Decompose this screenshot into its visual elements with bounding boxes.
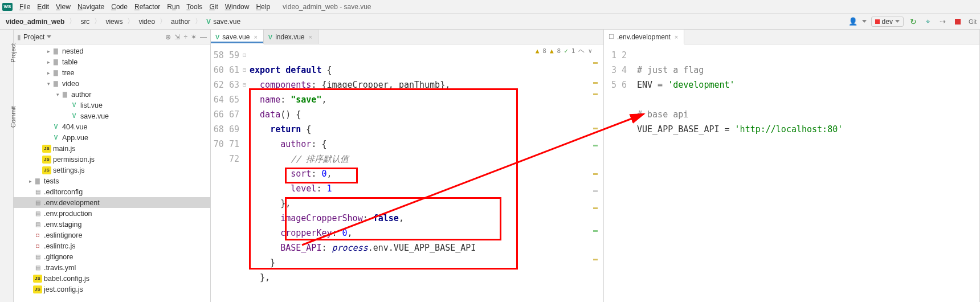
menu-edit[interactable]: Edit [34, 2, 52, 12]
breadcrumb-video[interactable]: video [136, 17, 157, 27]
tree-item[interactable]: JSpermission.js [14, 154, 210, 165]
close-icon[interactable]: × [675, 34, 678, 40]
menu-tools[interactable]: Tools [183, 2, 206, 12]
breadcrumb-author[interactable]: author [169, 17, 193, 27]
tab-label: .env.development [617, 33, 671, 41]
editor-left-code[interactable]: 58 59 60 61 62 63 64 65 66 67 68 69 70 7… [211, 44, 603, 302]
code-text[interactable]: export default { components: {imageCropp… [245, 44, 603, 302]
warning-icon: ▲ [536, 47, 540, 55]
tree-item[interactable]: V404.vue [14, 121, 210, 132]
chevron-up-icon[interactable]: ヘ [578, 47, 585, 55]
project-folder-icon: ▮ [17, 33, 21, 41]
locate-icon[interactable]: ⊕ [165, 33, 171, 41]
commit-tool-button[interactable]: Commit [10, 106, 17, 128]
tab-label: index.vue [275, 33, 304, 41]
menu-code[interactable]: Code [108, 2, 131, 12]
tree-item[interactable]: ▸▇table [14, 56, 210, 67]
hide-icon[interactable]: — [200, 33, 207, 41]
tab-index-vue[interactable]: V index.vue × [264, 30, 318, 44]
tree-item[interactable]: ▤.gitignore [14, 251, 210, 262]
vue-icon: V [268, 34, 272, 40]
project-title[interactable]: Project [23, 33, 44, 41]
menu-window[interactable]: Window [222, 2, 253, 12]
tree-item[interactable]: JSmain.js [14, 143, 210, 154]
settings-icon[interactable]: ✶ [191, 33, 197, 41]
chevron-down-icon[interactable] [47, 35, 51, 38]
menu-bar: WS File Edit View Navigate Code Refactor… [0, 0, 980, 14]
breadcrumb-views[interactable]: views [103, 17, 125, 27]
tree-item[interactable]: ▾▇author [14, 89, 210, 100]
user-icon[interactable]: 👤 [848, 17, 858, 26]
code-text[interactable]: # just a flag ENV = 'development' # base… [632, 44, 979, 302]
tree-item[interactable]: ▸▇tree [14, 67, 210, 78]
vue-icon: V [215, 34, 219, 40]
breadcrumb-file[interactable]: save.vue [204, 17, 243, 27]
bc-sep-icon: 〉 [126, 17, 135, 26]
breadcrumb-src[interactable]: src [78, 17, 92, 27]
editor-right-pane: ☐ .env.development × 1 2 3 4 5 6 # just … [604, 30, 980, 302]
breadcrumb-root[interactable]: video_admin_web [3, 17, 67, 27]
left-tool-strip: Project Commit [0, 30, 14, 302]
close-icon[interactable]: × [254, 34, 257, 40]
bc-sep-icon: 〉 [158, 17, 168, 26]
tree-item[interactable]: ◘.eslintignore [14, 230, 210, 240]
menu-view[interactable]: View [52, 2, 74, 12]
tree-item[interactable]: VApp.vue [14, 132, 210, 143]
tree-item[interactable]: ▤.editorconfig [14, 186, 210, 197]
file-icon: ☐ [609, 33, 614, 40]
window-title: video_admin_web - save.vue [283, 3, 371, 11]
marker-strip[interactable] [593, 59, 598, 302]
menu-run[interactable]: Run [164, 2, 183, 12]
line-gutter: 1 2 3 4 5 6 [604, 44, 632, 302]
tree-item[interactable]: ◘.eslintrc.js [14, 240, 210, 251]
ok-icon: ✓ [564, 47, 568, 55]
tree-item[interactable]: ▸▇nested [14, 46, 210, 56]
tree-item[interactable]: ▸▇tests [14, 176, 210, 186]
run-config-selector[interactable]: dev [871, 17, 904, 27]
inspection-summary[interactable]: ▲8 ▲8 ✓1 ヘ ∨ [536, 47, 592, 55]
breadcrumb: video_admin_web 〉 src 〉 views 〉 video 〉 … [3, 17, 243, 27]
tree-item[interactable]: Vsave.vue [14, 111, 210, 121]
project-tree[interactable]: ▸▇nested▸▇table▸▇tree▾▇video▾▇author Vli… [14, 44, 210, 302]
editor-right-code[interactable]: 1 2 3 4 5 6 # just a flag ENV = 'develop… [604, 44, 979, 302]
menu-navigate[interactable]: Navigate [74, 2, 108, 12]
collapse-icon[interactable]: ÷ [183, 33, 187, 41]
project-tool-window: ▮ Project ⊕ ⇲ ÷ ✶ — ▸▇nested▸▇table▸▇tre… [14, 30, 211, 302]
project-tool-button[interactable]: Project [10, 43, 17, 63]
chevron-down-icon [862, 20, 867, 23]
editor-splitter: V save.vue × V index.vue × 58 59 60 61 6… [211, 30, 980, 302]
debug-icon[interactable]: ⌖ [923, 17, 933, 27]
tree-item[interactable]: Vlist.vue [14, 100, 210, 111]
main-area: Project Commit ▮ Project ⊕ ⇲ ÷ ✶ — ▸▇nes… [0, 30, 980, 302]
tree-item[interactable]: JSjest.config.js [14, 284, 210, 295]
run-icon[interactable]: ↻ [908, 17, 918, 27]
editor-left-pane: V save.vue × V index.vue × 58 59 60 61 6… [211, 30, 604, 302]
menu-refactor[interactable]: Refactor [131, 2, 164, 12]
tab-save-vue[interactable]: V save.vue × [211, 30, 264, 44]
weak-warning-icon: ▲ [550, 47, 554, 55]
tree-item[interactable]: ▤.env.production [14, 208, 210, 219]
stop-icon[interactable] [953, 17, 963, 27]
chevron-down-icon [895, 20, 900, 23]
coverage-icon[interactable]: ⇢ [938, 17, 948, 27]
tree-item[interactable]: JSbabel.config.js [14, 273, 210, 284]
tree-item[interactable]: ▤.travis.yml [14, 262, 210, 273]
tab-env-development[interactable]: ☐ .env.development × [604, 30, 684, 44]
tree-item[interactable]: ▾▇video [14, 78, 210, 89]
menu-file[interactable]: File [16, 2, 34, 12]
tree-item[interactable]: JSsettings.js [14, 165, 210, 176]
expand-icon[interactable]: ⇲ [174, 33, 180, 41]
bc-sep-icon: 〉 [68, 17, 77, 26]
tree-item[interactable]: ▤.env.staging [14, 219, 210, 230]
editor-left-tabs: V save.vue × V index.vue × [211, 30, 603, 44]
nav-bar: video_admin_web 〉 src 〉 views 〉 video 〉 … [0, 14, 980, 30]
close-icon[interactable]: × [309, 34, 312, 40]
git-label[interactable]: Git [969, 18, 977, 25]
toolbar-right: 👤 dev ↻ ⌖ ⇢ Git [848, 17, 977, 27]
tree-item[interactable]: ▤.env.development [14, 197, 210, 208]
chevron-down-icon[interactable]: ∨ [588, 47, 592, 55]
tab-label: save.vue [222, 33, 250, 41]
bc-sep-icon: 〉 [194, 17, 203, 26]
menu-help[interactable]: Help [252, 2, 273, 12]
menu-git[interactable]: Git [206, 2, 221, 12]
